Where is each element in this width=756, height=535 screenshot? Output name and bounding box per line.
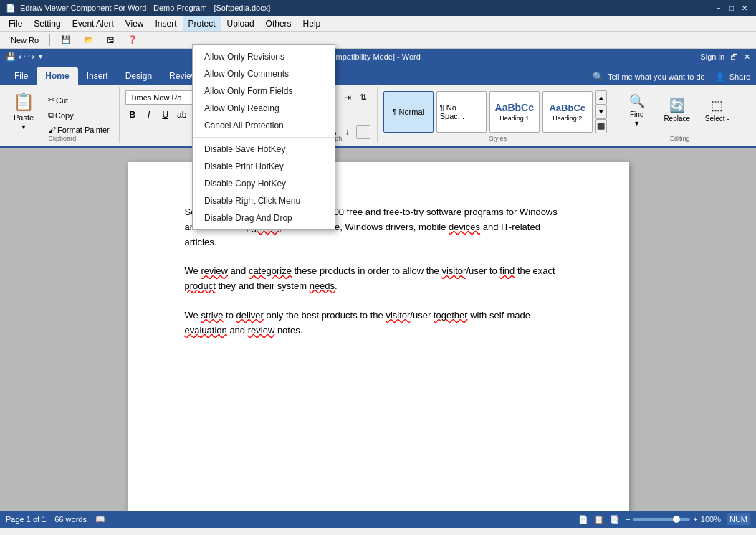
cancel-all-protection[interactable]: Cancel All Protection bbox=[193, 117, 335, 134]
replace-label: Replace bbox=[664, 115, 690, 123]
menu-setting[interactable]: Setting bbox=[28, 16, 66, 31]
allow-only-revisions[interactable]: Allow Only Revisions bbox=[193, 48, 335, 65]
copy-button[interactable]: ⧉ Copy bbox=[44, 108, 113, 122]
style-heading1[interactable]: AaBbCc Heading 1 bbox=[489, 91, 540, 133]
word-strive: strive bbox=[201, 310, 223, 321]
strikethrough-button[interactable]: ab bbox=[175, 108, 189, 122]
sort-button[interactable]: ⇅ bbox=[356, 90, 370, 105]
word-needs: needs bbox=[310, 280, 335, 291]
new-ro-button[interactable]: New Ro bbox=[6, 34, 44, 47]
zoom-slider[interactable] bbox=[633, 518, 690, 521]
menu-help[interactable]: Help bbox=[297, 16, 327, 31]
word-count[interactable]: 66 words bbox=[54, 515, 87, 524]
menu-protect[interactable]: Protect bbox=[183, 16, 221, 31]
share-button[interactable]: Share bbox=[729, 72, 750, 81]
word-title-bar: 💾 ↩ ↪ ▼ [Compatibility Mode] - Word Sign… bbox=[0, 49, 756, 65]
style-no-spacing[interactable]: ¶ No Spac... bbox=[436, 91, 487, 133]
word-toolbar-redo[interactable]: ↩ bbox=[19, 52, 25, 62]
zoom-out-button[interactable]: − bbox=[626, 515, 630, 524]
copy-label: Copy bbox=[55, 111, 74, 120]
page-info[interactable]: Page 1 of 1 bbox=[6, 515, 46, 524]
word-toolbar-dropdown[interactable]: ▼ bbox=[37, 53, 44, 60]
bold-button[interactable]: B bbox=[125, 108, 140, 122]
maximize-button[interactable]: □ bbox=[726, 2, 737, 14]
paragraph-2: We review and categorize these products … bbox=[185, 264, 572, 294]
sign-in-button[interactable]: Sign in bbox=[700, 52, 724, 61]
protect-dropdown: Allow Only Revisions Allow Only Comments… bbox=[192, 44, 335, 230]
word-close-button[interactable]: ✕ bbox=[744, 52, 750, 62]
find-icon: 🔍 bbox=[629, 93, 645, 109]
menu-bar: File Setting Event Alert View Insert Pro… bbox=[0, 16, 756, 32]
menu-upload[interactable]: Upload bbox=[221, 16, 260, 31]
italic-button[interactable]: I bbox=[142, 108, 156, 122]
styles-box: ¶ Normal ¶ No Spac... AaBbCc Heading 1 A… bbox=[383, 90, 607, 133]
style-heading2-preview: AaBbCc bbox=[549, 103, 585, 113]
help-toolbar-button[interactable]: ❓ bbox=[123, 33, 143, 47]
menu-file[interactable]: File bbox=[3, 16, 28, 31]
zoom-in-button[interactable]: + bbox=[693, 515, 697, 524]
allow-only-form-fields[interactable]: Allow Only Form Fields bbox=[193, 82, 335, 100]
style-scroll-up[interactable]: ▲ bbox=[595, 90, 607, 105]
disable-save-hotkey[interactable]: Disable Save HotKey bbox=[193, 141, 335, 158]
word-toolbar-redo2[interactable]: ↪ bbox=[28, 52, 34, 62]
document-area: Softpedia is a library of over 1,300,000… bbox=[0, 148, 756, 511]
disable-drag-and-drop[interactable]: Disable Drag And Drop bbox=[193, 209, 335, 227]
status-bar-left: Page 1 of 1 66 words 📖 bbox=[6, 515, 105, 524]
format-painter-label: Format Painter bbox=[57, 126, 110, 134]
menu-others[interactable]: Others bbox=[260, 16, 297, 31]
tab-insert[interactable]: Insert bbox=[78, 67, 117, 85]
select-button[interactable]: ⬚ Select - bbox=[699, 90, 735, 129]
underline-button[interactable]: U bbox=[158, 108, 173, 122]
clipboard-group-label: Clipboard bbox=[6, 135, 119, 142]
disable-print-hotkey[interactable]: Disable Print HotKey bbox=[193, 158, 335, 175]
view-read-button[interactable]: 📑 bbox=[610, 515, 620, 524]
view-web-button[interactable]: 📋 bbox=[594, 515, 604, 524]
disk-toolbar-button[interactable]: 🖫 bbox=[102, 34, 120, 47]
word-devices: devices bbox=[449, 222, 480, 232]
tab-design[interactable]: Design bbox=[117, 67, 161, 85]
zoom-bar: − + 100% bbox=[626, 515, 721, 524]
title-bar: 📄 Edraw Viewer Component For Word - Demo… bbox=[0, 0, 756, 16]
word-visitor2: visitor bbox=[386, 310, 410, 321]
word-deliver: deliver bbox=[236, 310, 264, 321]
word-toolbar-undo[interactable]: 💾 bbox=[6, 52, 16, 62]
tab-home[interactable]: Home bbox=[37, 67, 77, 85]
style-normal[interactable]: ¶ Normal bbox=[383, 91, 434, 133]
word-review2: review bbox=[248, 325, 275, 336]
menu-event-alert[interactable]: Event Alert bbox=[67, 16, 120, 31]
disable-right-click-menu[interactable]: Disable Right Click Menu bbox=[193, 192, 335, 209]
title-bar-left: 📄 Edraw Viewer Component For Word - Demo… bbox=[6, 4, 270, 13]
word-evaluation: evaluation bbox=[185, 325, 227, 336]
menu-insert[interactable]: Insert bbox=[150, 16, 183, 31]
disable-copy-hotkey[interactable]: Disable Copy HotKey bbox=[193, 175, 335, 192]
style-scroll-down[interactable]: ▼ bbox=[595, 105, 607, 119]
minimize-button[interactable]: − bbox=[713, 2, 724, 14]
allow-only-reading[interactable]: Allow Only Reading bbox=[193, 100, 335, 117]
tab-file[interactable]: File bbox=[6, 67, 37, 85]
select-label: Select - bbox=[705, 115, 729, 123]
close-button[interactable]: ✕ bbox=[739, 2, 750, 14]
spell-check-icon[interactable]: 📖 bbox=[95, 515, 105, 524]
menu-view[interactable]: View bbox=[120, 16, 150, 31]
allow-only-comments[interactable]: Allow Only Comments bbox=[193, 65, 335, 82]
style-heading2[interactable]: AaBbCc Heading 2 bbox=[542, 91, 593, 133]
replace-icon: 🔄 bbox=[669, 98, 685, 113]
word-restore-button[interactable]: 🗗 bbox=[730, 52, 738, 61]
find-dropdown[interactable]: ▼ bbox=[633, 120, 640, 127]
replace-button[interactable]: 🔄 Replace bbox=[659, 90, 695, 129]
paste-dropdown[interactable]: ▼ bbox=[21, 123, 27, 131]
paste-button[interactable]: 📋 Paste ▼ bbox=[6, 90, 42, 132]
zoom-thumb[interactable] bbox=[673, 516, 680, 523]
view-print-button[interactable]: 📄 bbox=[578, 515, 588, 524]
style-scroll-expand[interactable]: ⬛ bbox=[595, 119, 607, 133]
increase-indent-button[interactable]: ⇥ bbox=[340, 90, 355, 105]
styles-group-label: Styles bbox=[383, 135, 613, 142]
cut-button[interactable]: ✂ Cut bbox=[44, 93, 113, 107]
find-button[interactable]: 🔍 Find ▼ bbox=[619, 90, 655, 129]
save-toolbar-button[interactable]: 💾 bbox=[56, 33, 76, 47]
open-toolbar-button[interactable]: 📂 bbox=[79, 33, 99, 47]
word-app: 💾 ↩ ↪ ▼ [Compatibility Mode] - Word Sign… bbox=[0, 49, 756, 148]
style-heading2-label: Heading 2 bbox=[552, 115, 582, 122]
tell-me-input[interactable]: Tell me what you want to do bbox=[608, 72, 705, 81]
word-title-right: Sign in 🗗 ✕ bbox=[700, 52, 750, 62]
